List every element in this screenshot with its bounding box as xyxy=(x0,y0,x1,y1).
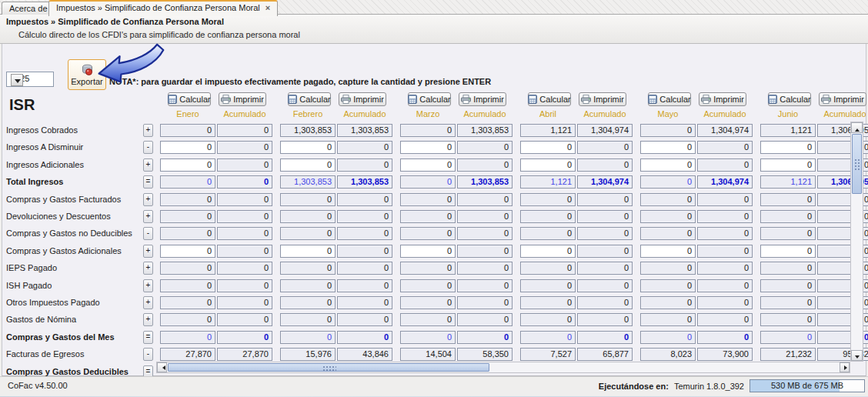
value-cell: 0 xyxy=(697,296,753,309)
calcular-button[interactable]: Calcular xyxy=(288,92,331,106)
value-cell: 1,304,974 xyxy=(697,175,753,188)
value-cell[interactable]: 0 xyxy=(280,245,336,258)
horizontal-scrollbar[interactable] xyxy=(156,362,850,373)
row-operator: + xyxy=(143,193,153,206)
row-operator: + xyxy=(143,279,153,292)
calculator-icon xyxy=(528,95,537,104)
value-cell[interactable]: 0 xyxy=(760,158,816,172)
calcular-button[interactable]: Calcular xyxy=(528,92,571,106)
value-cell: 0 xyxy=(400,227,456,240)
value-cell: 0 xyxy=(160,262,215,275)
value-cell: 0 xyxy=(217,158,272,172)
scroll-down-button[interactable] xyxy=(851,350,863,361)
value-cell[interactable]: 0 xyxy=(160,141,215,154)
value-cell: 0 xyxy=(697,158,753,172)
value-cell: 0 xyxy=(217,313,272,326)
value-cell[interactable]: 0 xyxy=(160,245,215,258)
scroll-left-button[interactable] xyxy=(157,362,167,372)
row-operator: - xyxy=(143,227,153,240)
value-cell[interactable]: 0 xyxy=(520,141,576,154)
imprimir-button[interactable]: Imprimir xyxy=(819,92,866,106)
calcular-button[interactable]: Calcular xyxy=(648,92,691,106)
status-bar: CoFac v4.50.00 Ejecutándose en: Temurin … xyxy=(0,376,868,396)
year-select[interactable]: 2025 xyxy=(6,72,54,87)
vertical-scrollbar[interactable] xyxy=(850,122,863,362)
value-cell[interactable]: 0 xyxy=(280,141,336,154)
scroll-up-button[interactable] xyxy=(851,122,863,133)
row-label: Compras y Gastos no Deducibles xyxy=(6,229,142,238)
value-cell: 0 xyxy=(280,262,336,275)
value-cell[interactable]: 0 xyxy=(760,141,816,154)
value-cell[interactable]: 0 xyxy=(400,158,456,172)
acumulado-label: Acumulado xyxy=(217,109,272,118)
value-cell: 0 xyxy=(520,262,576,275)
module-header: Impuestos » Simplificado de Confianza Pe… xyxy=(0,15,868,44)
imprimir-button[interactable]: Imprimir xyxy=(459,92,506,106)
vertical-scroll-thumb[interactable] xyxy=(852,134,862,194)
value-cell: 0 xyxy=(337,210,392,223)
value-cell: 0 xyxy=(697,210,753,223)
imprimir-button[interactable]: Imprimir xyxy=(219,92,266,106)
row-operator: + xyxy=(143,262,153,275)
acumulado-label: Acumulado xyxy=(817,109,868,118)
scroll-right-button[interactable] xyxy=(840,362,850,372)
value-cell: 0 xyxy=(760,262,816,275)
value-cell[interactable]: 0 xyxy=(520,158,576,172)
row-label: Compras y Gastos del Mes xyxy=(6,332,142,342)
dropdown-button[interactable] xyxy=(11,74,23,86)
horizontal-scroll-thumb[interactable] xyxy=(168,363,489,372)
value-cell: 0 xyxy=(457,210,512,223)
month-label: Junio xyxy=(760,109,816,118)
value-cell: 0 xyxy=(640,193,696,206)
tab-acerca-de[interactable]: Acerca de xyxy=(2,2,55,15)
value-cell[interactable]: 0 xyxy=(640,158,696,172)
value-cell[interactable]: 0 xyxy=(400,141,456,154)
tab-impuestos-simplificado[interactable]: Impuestos » Simplificado de Confianza Pe… xyxy=(48,0,278,16)
button-label: Calcular xyxy=(780,95,810,104)
value-cell: 1,121 xyxy=(760,175,816,188)
value-cell: 8,023 xyxy=(640,348,696,361)
value-cell[interactable]: 0 xyxy=(760,245,816,258)
value-cell: 0 xyxy=(457,227,512,240)
printer-icon xyxy=(341,95,351,104)
value-cell[interactable]: 0 xyxy=(520,245,576,258)
value-cell: 0 xyxy=(640,331,696,344)
value-cell: 0 xyxy=(280,279,336,292)
value-cell[interactable]: 0 xyxy=(160,158,215,172)
value-cell: 0 xyxy=(457,331,512,344)
calcular-button[interactable]: Calcular xyxy=(408,92,451,106)
button-label: Imprimir xyxy=(593,95,624,104)
calcular-button[interactable]: Calcular xyxy=(768,92,811,106)
value-cell: 1,303,853 xyxy=(337,175,392,188)
acumulado-label: Acumulado xyxy=(697,109,753,118)
value-cell[interactable]: 0 xyxy=(640,141,696,154)
value-cell: 0 xyxy=(697,279,753,292)
value-cell[interactable]: 0 xyxy=(280,158,336,172)
value-cell[interactable]: 0 xyxy=(400,245,456,258)
imprimir-button[interactable]: Imprimir xyxy=(579,92,626,106)
value-cell: 0 xyxy=(520,227,576,240)
value-cell: 0 xyxy=(457,296,512,309)
value-cell: 0 xyxy=(697,141,753,154)
value-cell: 0 xyxy=(577,227,633,240)
value-cell: 0 xyxy=(760,331,816,344)
value-cell: 43,846 xyxy=(337,348,392,361)
value-cell: 0 xyxy=(760,210,816,223)
value-cell: 0 xyxy=(160,227,215,240)
chevron-down-icon xyxy=(15,79,21,86)
month-label: Enero xyxy=(160,109,215,118)
value-cell: 0 xyxy=(400,331,456,344)
close-tab-icon[interactable]: × xyxy=(265,3,270,12)
imprimir-button[interactable]: Imprimir xyxy=(339,92,386,106)
value-cell: 0 xyxy=(697,227,753,240)
calcular-button[interactable]: Calcular xyxy=(168,92,211,106)
value-cell: 0 xyxy=(457,313,512,326)
value-cell: 0 xyxy=(400,193,456,206)
imprimir-button[interactable]: Imprimir xyxy=(699,92,746,106)
row-label: Total Ingresos xyxy=(6,177,142,186)
calculator-icon xyxy=(408,95,417,104)
value-cell: 0 xyxy=(280,193,336,206)
value-cell: 58,350 xyxy=(457,348,512,361)
row-operator: + xyxy=(143,158,153,172)
value-cell[interactable]: 0 xyxy=(640,245,696,258)
